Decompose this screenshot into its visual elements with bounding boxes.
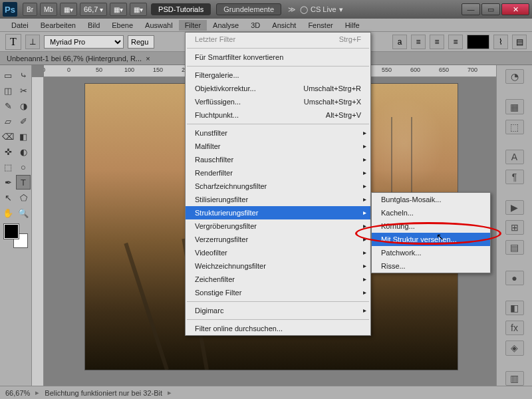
text-orientation-button[interactable]: ⊥ <box>25 35 40 49</box>
tool-7[interactable]: ✐ <box>16 114 31 128</box>
menu-item[interactable]: Verzerrungsfilter <box>186 233 370 246</box>
tool-17[interactable]: ⬠ <box>16 190 31 205</box>
panel-icon-10[interactable]: fx <box>505 321 524 335</box>
tool-11[interactable]: ◐ <box>16 144 31 159</box>
align-left-button[interactable]: ≡ <box>411 35 426 49</box>
menu-item[interactable]: Kunstfilter <box>186 126 370 140</box>
more-icon[interactable]: ≫ <box>288 5 296 14</box>
arrange-button[interactable]: ▦▾ <box>130 3 147 16</box>
menu-item[interactable]: Verflüssigen...Umschalt+Strg+X <box>186 95 370 108</box>
menu-item[interactable]: Rauschfilter <box>186 153 370 166</box>
submenu-item[interactable]: Mit Struktur versehen... <box>372 233 490 246</box>
panel-icon-7[interactable]: ▤ <box>505 240 524 255</box>
menu-item[interactable]: Filtergalerie... <box>186 68 370 82</box>
tool-5[interactable]: ◑ <box>16 98 31 113</box>
close-button[interactable]: ✕ <box>501 3 529 15</box>
menu-item[interactable]: Zeichenfilter <box>186 273 370 286</box>
workspace-grundelemente[interactable]: Grundelemente <box>216 3 281 15</box>
submenu-item[interactable]: Buntglas-Mosaik... <box>372 193 490 206</box>
ruler-vertical <box>32 77 44 386</box>
submenu-item[interactable]: Kacheln... <box>372 206 490 219</box>
panel-icon-11[interactable]: ◈ <box>505 340 524 355</box>
screen-mode-button[interactable]: ▦▾ <box>60 3 77 16</box>
submenu-item[interactable]: Risse... <box>372 259 490 273</box>
tool-13[interactable]: ○ <box>16 160 31 174</box>
panel-icon-0[interactable]: ◔ <box>505 69 524 84</box>
menu-item[interactable]: Scharfzeichnungsfilter <box>186 180 370 193</box>
cslive-button[interactable]: ◯ CS Live ▾ <box>300 5 343 14</box>
font-family-select[interactable]: Myriad Pro <box>44 35 124 49</box>
warp-text-button[interactable]: ⌇ <box>493 35 508 49</box>
tool-10[interactable]: ✜ <box>1 144 15 159</box>
tool-3[interactable]: ✂ <box>16 83 31 98</box>
menu-bild[interactable]: Bild <box>82 20 106 31</box>
menu-item[interactable]: Strukturierungsfilter <box>186 206 370 219</box>
menu-item[interactable]: Digimarc <box>186 304 370 317</box>
tool-8[interactable]: ⌫ <box>1 129 15 144</box>
menu-ebene[interactable]: Ebene <box>106 20 139 31</box>
bridge-button[interactable]: Br <box>23 3 37 16</box>
minimize-button[interactable]: — <box>462 3 480 15</box>
panel-icon-6[interactable]: ⊞ <box>505 220 524 235</box>
menu-item[interactable]: Objektivkorrektur...Umschalt+Strg+R <box>186 82 370 95</box>
character-panel-button[interactable]: ▤ <box>512 35 527 49</box>
menu-hilfe[interactable]: Hilfe <box>339 20 366 31</box>
tool-1[interactable]: ⤷ <box>16 68 31 82</box>
app-logo: Ps <box>3 2 17 17</box>
align-right-button[interactable]: ≡ <box>448 35 463 49</box>
menu-bearbeiten[interactable]: Bearbeiten <box>35 20 82 31</box>
tool-14[interactable]: ✒ <box>1 175 15 190</box>
tool-16[interactable]: ↖ <box>1 190 15 205</box>
submenu-item[interactable]: Körnung... <box>372 219 490 233</box>
menu-ansicht[interactable]: Ansicht <box>266 20 302 31</box>
panel-icon-2[interactable]: ⬚ <box>505 120 524 134</box>
panel-icon-4[interactable]: ¶ <box>505 170 524 184</box>
antialias-button[interactable]: a <box>392 35 407 49</box>
menu-datei[interactable]: Datei <box>5 20 35 31</box>
menu-item[interactable]: Weichzeichnungsfilter <box>186 259 370 273</box>
menu-item[interactable]: Stilisierungsfilter <box>186 193 370 206</box>
menu-auswahl[interactable]: Auswahl <box>139 20 179 31</box>
menu-item[interactable]: Sonstige Filter <box>186 286 370 299</box>
panel-icon-1[interactable]: ▦ <box>505 99 524 114</box>
submenu-item[interactable]: Patchwork... <box>372 246 490 259</box>
panel-icon-8[interactable]: ● <box>505 271 524 285</box>
tool-12[interactable]: ⬚ <box>1 160 15 174</box>
tool-18[interactable]: ✋ <box>1 205 15 220</box>
panel-icon-9[interactable]: ◧ <box>505 301 524 315</box>
menu-analyse[interactable]: Analyse <box>207 20 245 31</box>
panel-icon-3[interactable]: A <box>505 150 524 164</box>
menu-item[interactable]: Für Smartfilter konvertieren <box>186 51 370 64</box>
menu-fenster[interactable]: Fenster <box>302 20 338 31</box>
panel-icon-12[interactable]: ▥ <box>505 371 524 386</box>
view-extras-button[interactable]: ▦▾ <box>110 3 127 16</box>
tool-2[interactable]: ◫ <box>1 83 15 98</box>
tool-15[interactable]: T <box>16 175 31 190</box>
menu-item[interactable]: Malfilter <box>186 140 370 153</box>
menu-item[interactable]: Renderfilter <box>186 166 370 180</box>
foreground-color-swatch[interactable] <box>4 224 19 239</box>
maximize-button[interactable]: ▭ <box>481 3 500 15</box>
tool-6[interactable]: ▱ <box>1 114 15 128</box>
zoom-level[interactable]: 66,7 ▾ <box>80 3 107 16</box>
workspace-psdtutorials[interactable]: PSD-Tutorials <box>151 3 211 15</box>
panel-icon-5[interactable]: ▶ <box>505 200 524 215</box>
status-zoom[interactable]: 66,67% <box>5 389 30 397</box>
tool-19[interactable]: 🔍 <box>16 205 31 220</box>
tool-4[interactable]: ✎ <box>1 98 15 113</box>
strukturierungsfilter-submenu: Buntglas-Mosaik...Kacheln...Körnung...Mi… <box>371 192 491 273</box>
menu-3d[interactable]: 3D <box>245 20 266 31</box>
menu-filter[interactable]: Filter <box>179 20 207 31</box>
minibridge-button[interactable]: Mb <box>40 3 57 16</box>
tool-9[interactable]: ◧ <box>16 129 31 144</box>
font-style-select[interactable] <box>128 35 154 49</box>
menu-item[interactable]: Videofilter <box>186 246 370 259</box>
menu-item[interactable]: Filter online durchsuchen... <box>186 322 370 335</box>
current-tool-icon[interactable]: T <box>5 34 21 50</box>
tool-0[interactable]: ▭ <box>1 68 15 82</box>
align-center-button[interactable]: ≡ <box>430 35 444 49</box>
menu-item[interactable]: Vergröberungsfilter <box>186 219 370 233</box>
menu-item[interactable]: Fluchtpunkt...Alt+Strg+V <box>186 108 370 122</box>
color-swatches[interactable] <box>4 224 28 248</box>
text-color-swatch[interactable] <box>467 35 489 49</box>
